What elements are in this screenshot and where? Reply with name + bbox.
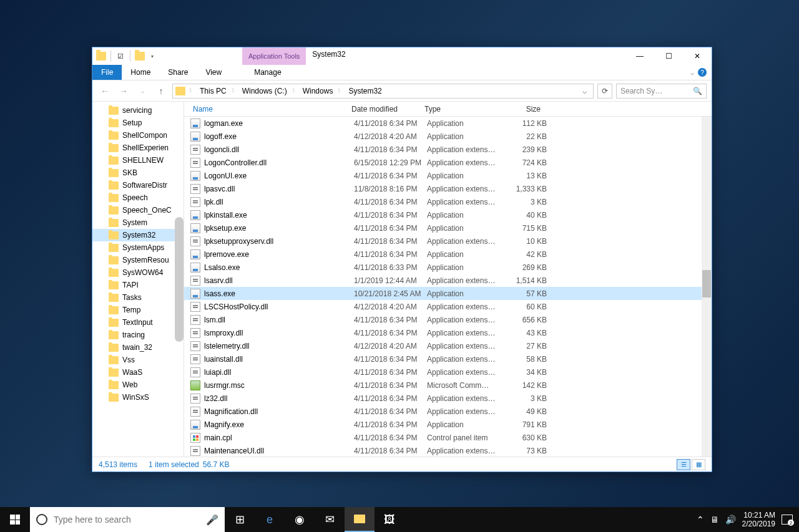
file-row[interactable]: logoncli.dll4/11/2018 6:34 PMApplication… <box>184 143 712 156</box>
sidebar-item-speech[interactable]: Speech <box>92 191 184 204</box>
sidebar-item-shellcompon[interactable]: ShellCompon <box>92 129 184 142</box>
file-row[interactable]: lpksetup.exe4/11/2018 6:34 PMApplication… <box>184 221 712 235</box>
chevron-right-icon[interactable]: 〉 <box>230 87 238 95</box>
tab-file[interactable]: File <box>92 65 122 80</box>
tab-share[interactable]: Share <box>159 65 197 80</box>
chevron-right-icon[interactable]: 〉 <box>336 87 345 95</box>
file-row[interactable]: lsm.dll4/11/2018 6:34 PMApplication exte… <box>184 313 712 326</box>
column-date[interactable]: Date modified <box>348 105 421 114</box>
file-row[interactable]: LogonController.dll6/15/2018 12:29 PMApp… <box>184 156 712 169</box>
file-list[interactable]: logman.exe4/11/2018 6:34 PMApplication11… <box>184 117 712 457</box>
tab-manage[interactable]: Manage <box>245 65 290 80</box>
search-icon[interactable]: 🔍 <box>693 87 702 95</box>
address-dropdown-icon[interactable]: ⌵ <box>579 87 591 95</box>
breadcrumb-item[interactable]: Windows <box>300 87 336 95</box>
new-folder-icon[interactable] <box>135 52 145 60</box>
sidebar-item-shellnew[interactable]: SHELLNEW <box>92 154 184 167</box>
help-icon[interactable]: ? <box>698 68 707 77</box>
search-input[interactable]: Search Sy… 🔍 <box>616 84 707 99</box>
breadcrumb-item[interactable]: This PC <box>197 87 229 95</box>
file-row[interactable]: Lsalso.exe4/11/2018 6:33 PMApplication26… <box>184 261 712 274</box>
file-row[interactable]: lpasvc.dll11/8/2018 8:16 PMApplication e… <box>184 182 712 195</box>
mic-icon[interactable]: 🎤 <box>206 514 218 526</box>
file-row[interactable]: lpremove.exe4/11/2018 6:34 PMApplication… <box>184 248 712 261</box>
details-view-button[interactable]: ☰ <box>677 459 690 470</box>
sidebar-item-syswow64[interactable]: SysWOW64 <box>92 266 184 279</box>
sidebar-item-speech_onec[interactable]: Speech_OneC <box>92 204 184 216</box>
sidebar-item-tracing[interactable]: tracing <box>92 329 184 341</box>
sidebar-item-systemapps[interactable]: SystemApps <box>92 241 184 254</box>
sidebar-item-winsxs[interactable]: WinSxS <box>92 391 184 404</box>
recent-dropdown-icon[interactable]: ⌵ <box>135 84 150 99</box>
file-row[interactable]: luainstall.dll4/11/2018 6:34 PMApplicati… <box>184 352 712 365</box>
file-row[interactable]: lpksetupproxyserv.dll4/11/2018 6:34 PMAp… <box>184 235 712 248</box>
scrollbar-thumb[interactable] <box>175 217 184 342</box>
taskbar-search[interactable]: 🎤 <box>30 507 225 532</box>
refresh-button[interactable]: ⟳ <box>597 84 612 99</box>
sidebar-item-web[interactable]: Web <box>92 379 184 391</box>
properties-icon[interactable]: ☑ <box>115 51 125 61</box>
file-row[interactable]: lz32.dll4/11/2018 6:34 PMApplication ext… <box>184 392 712 405</box>
sidebar-item-tapi[interactable]: TAPI <box>92 279 184 291</box>
thumbnails-view-button[interactable]: ▦ <box>692 459 705 470</box>
sidebar-item-servicing[interactable]: servicing <box>92 104 184 117</box>
app-icon[interactable]: 🖼 <box>375 507 404 532</box>
clock[interactable]: 10:21 AM 2/20/2019 <box>742 511 775 529</box>
breadcrumb-item[interactable]: System32 <box>346 87 384 95</box>
file-row[interactable]: main.cpl4/11/2018 6:34 PMControl panel i… <box>184 431 712 444</box>
explorer-icon[interactable] <box>345 507 375 532</box>
folder-icon[interactable] <box>96 52 106 60</box>
forward-button[interactable]: → <box>116 84 131 99</box>
sidebar-item-waas[interactable]: WaaS <box>92 366 184 379</box>
column-size[interactable]: Size <box>496 105 544 114</box>
maximize-button[interactable]: ☐ <box>654 47 683 65</box>
file-row[interactable]: lsass.exe10/21/2018 2:45 AMApplication57… <box>184 287 712 300</box>
sidebar-item-skb[interactable]: SKB <box>92 167 184 179</box>
chevron-right-icon[interactable]: 〉 <box>188 87 196 95</box>
tray-chevron-icon[interactable]: ⌃ <box>697 515 704 525</box>
close-button[interactable]: ✕ <box>683 47 712 65</box>
start-button[interactable] <box>0 507 30 532</box>
file-row[interactable]: Magnification.dll4/11/2018 6:34 PMApplic… <box>184 405 712 418</box>
tab-home[interactable]: Home <box>122 65 159 80</box>
file-row[interactable]: logman.exe4/11/2018 6:34 PMApplication11… <box>184 117 712 130</box>
up-button[interactable]: ↑ <box>154 84 169 99</box>
sidebar-item-tasks[interactable]: Tasks <box>92 291 184 304</box>
tab-view[interactable]: View <box>197 65 230 80</box>
file-row[interactable]: lstelemetry.dll4/12/2018 4:20 AMApplicat… <box>184 339 712 352</box>
file-row[interactable]: logoff.exe4/12/2018 4:20 AMApplication22… <box>184 130 712 143</box>
navigation-pane[interactable]: servicingSetupShellComponShellExperienSH… <box>92 102 184 457</box>
task-view-button[interactable]: ⊞ <box>225 507 255 532</box>
file-row[interactable]: LSCSHostPolicy.dll4/12/2018 4:20 AMAppli… <box>184 300 712 313</box>
sidebar-item-vss[interactable]: Vss <box>92 354 184 366</box>
file-row[interactable]: luiapi.dll4/11/2018 6:34 PMApplication e… <box>184 365 712 379</box>
qat-dropdown-icon[interactable]: ▾ <box>147 51 157 61</box>
address-bar[interactable]: 〉 This PC 〉 Windows (C:) 〉 Windows 〉 Sys… <box>172 84 594 99</box>
chevron-down-icon[interactable]: ⌵ <box>690 69 694 76</box>
search-input[interactable] <box>54 515 200 525</box>
column-type[interactable]: Type <box>421 105 496 114</box>
sidebar-item-temp[interactable]: Temp <box>92 304 184 316</box>
mail-icon[interactable]: ✉ <box>315 507 345 532</box>
sidebar-item-system32[interactable]: System32 <box>92 229 184 241</box>
sidebar-item-shellexperien[interactable]: ShellExperien <box>92 142 184 154</box>
sidebar-item-twain_32[interactable]: twain_32 <box>92 341 184 354</box>
file-row[interactable]: LogonUI.exe4/11/2018 6:34 PMApplication1… <box>184 169 712 182</box>
file-row[interactable]: Magnify.exe4/11/2018 6:34 PMApplication7… <box>184 418 712 431</box>
file-row[interactable]: lpk.dll4/11/2018 6:34 PMApplication exte… <box>184 195 712 208</box>
chrome-icon[interactable]: ◉ <box>285 507 315 532</box>
volume-icon[interactable]: 🔊 <box>725 515 736 525</box>
notifications-icon[interactable] <box>782 515 793 525</box>
column-name[interactable]: Name <box>189 105 348 114</box>
file-row[interactable]: lsasrv.dll1/1/2019 12:44 AMApplication e… <box>184 274 712 287</box>
sidebar-item-system[interactable]: System <box>92 216 184 229</box>
breadcrumb-item[interactable]: Windows (C:) <box>240 87 290 95</box>
network-icon[interactable]: 🖥 <box>710 515 719 525</box>
sidebar-item-softwaredistr[interactable]: SoftwareDistr <box>92 179 184 191</box>
file-row[interactable]: lsmproxy.dll4/11/2018 6:34 PMApplication… <box>184 326 712 339</box>
scrollbar-thumb[interactable] <box>702 270 711 297</box>
back-button[interactable]: ← <box>97 84 112 99</box>
minimize-button[interactable]: — <box>625 47 654 65</box>
sidebar-item-systemresou[interactable]: SystemResou <box>92 254 184 266</box>
scrollbar-track[interactable] <box>702 117 712 457</box>
